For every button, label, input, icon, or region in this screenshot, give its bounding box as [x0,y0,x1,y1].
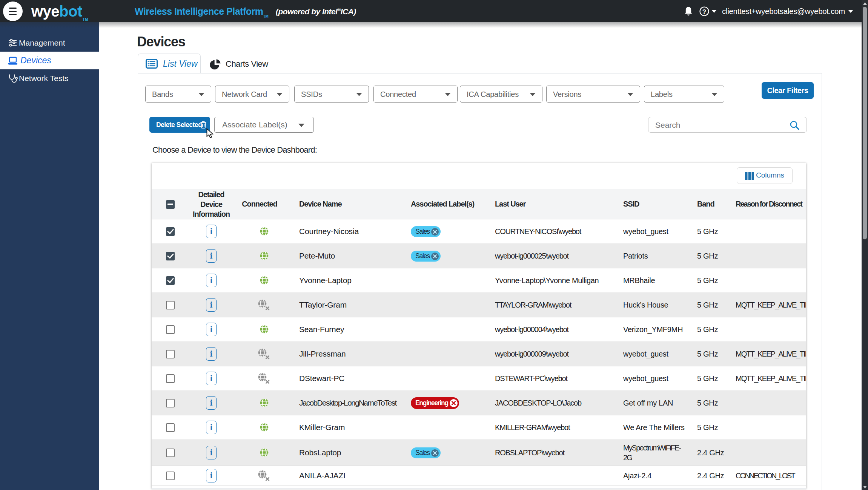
svg-text:?: ? [702,8,706,15]
